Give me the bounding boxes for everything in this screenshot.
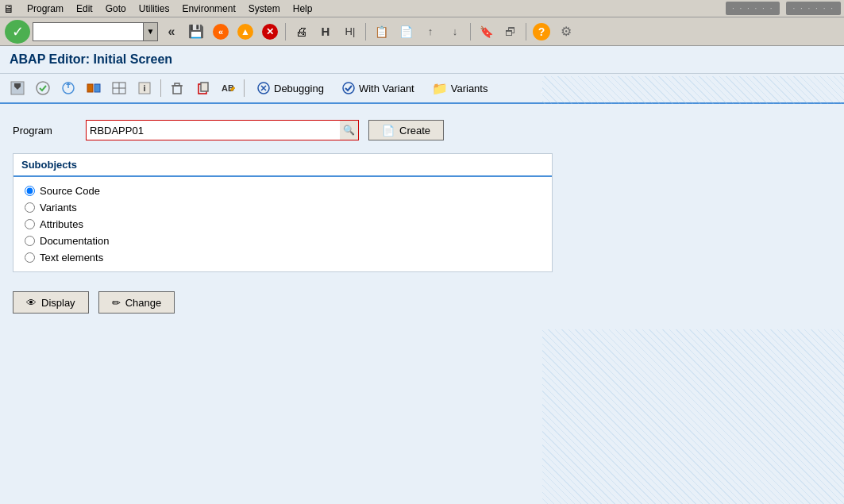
change-label: Change [125, 297, 162, 309]
sep-3 [470, 23, 471, 40]
paste-btn[interactable]: 📄 [395, 21, 417, 42]
program-input[interactable] [86, 120, 340, 140]
radio-variants[interactable]: Variants [25, 202, 541, 214]
menu-bar: 🖥 Program Edit Goto Utilities Environmen… [0, 0, 844, 17]
sep-2 [365, 23, 366, 40]
radio-documentation-label: Documentation [40, 235, 109, 247]
sep-stb-1 [160, 79, 161, 97]
menu-help[interactable]: Help [287, 2, 319, 15]
change-button[interactable]: ✏ Change [98, 291, 175, 314]
subobjects-panel: Subobjects Source Code Variants Attribut… [13, 153, 553, 272]
compare-btn[interactable] [83, 78, 105, 98]
menu-edit[interactable]: Edit [70, 2, 99, 15]
nav-dropdown-wrap: ▼ [33, 22, 158, 41]
refresh-btn[interactable] [57, 78, 79, 98]
find-next-btn[interactable]: H| [339, 21, 361, 42]
window-btn[interactable]: 🗗 [499, 21, 522, 42]
create-button[interactable]: 📄 Create [368, 120, 444, 140]
change-icon: ✏ [112, 297, 121, 309]
program-search-btn[interactable]: 🔍 [340, 120, 359, 140]
nav-dropdown[interactable] [33, 22, 144, 41]
delete-btn[interactable] [166, 78, 188, 98]
program-input-wrap: 🔍 [86, 120, 359, 140]
confirm-button[interactable]: ✓ [5, 20, 30, 44]
svg-text:i: i [143, 83, 145, 93]
stop-btn[interactable]: ✕ [259, 21, 281, 42]
display-icon: 👁 [26, 297, 37, 309]
search-icon: 🔍 [343, 125, 355, 136]
find-btn[interactable]: H [314, 21, 337, 42]
svg-point-18 [343, 83, 354, 94]
dots-group-1: · · · · · · [726, 2, 780, 15]
dropdown-arrow[interactable]: ▼ [144, 22, 158, 41]
nav-back-btn[interactable]: « [160, 21, 183, 42]
menu-system[interactable]: System [242, 2, 287, 15]
nav-up-btn[interactable]: ▲ [234, 21, 256, 42]
svg-point-2 [37, 82, 49, 94]
radio-variants-label: Variants [40, 202, 77, 214]
main-toolbar: ✓ ▼ « 💾 « ▲ ✕ 🖨 H H| 📋 📄 ↑ ↓ 🔖 🗗 [0, 17, 844, 46]
nav-prev-btn[interactable]: « [210, 21, 232, 42]
dots-group-2: · · · · · · [786, 2, 841, 15]
sep-stb-2 [244, 79, 245, 97]
create-label: Create [399, 125, 430, 137]
radio-text-elements[interactable]: Text elements [25, 252, 541, 264]
svg-rect-13 [175, 83, 179, 86]
radio-documentation-input[interactable] [25, 236, 35, 246]
create-icon: 📄 [382, 125, 395, 137]
svg-rect-11 [173, 86, 181, 94]
sep-1 [285, 23, 286, 40]
svg-rect-15 [201, 83, 208, 91]
bottom-buttons: 👁 Display ✏ Change [13, 291, 831, 314]
second-toolbar: i AB Debugging With Variant 📁 Variants [0, 74, 844, 104]
page-title: ABAP Editor: Initial Screen [0, 46, 844, 74]
check-btn[interactable] [32, 78, 54, 98]
app-icon: 🖥 [3, 2, 14, 15]
bookmark-btn[interactable]: 🔖 [475, 21, 497, 42]
display-label: Display [41, 297, 75, 309]
with-variant-label: With Variant [359, 83, 414, 94]
radio-text-elements-label: Text elements [40, 252, 103, 264]
with-variant-btn[interactable]: With Variant [334, 79, 422, 98]
merge-btn[interactable] [108, 78, 130, 98]
menu-utilities[interactable]: Utilities [133, 2, 176, 15]
info-btn[interactable]: i [133, 78, 156, 98]
radio-text-elements-input[interactable] [25, 252, 35, 263]
menu-program[interactable]: Program [21, 2, 70, 15]
radio-source-code-label: Source Code [40, 185, 100, 197]
program-label: Program [13, 125, 76, 137]
subobjects-content: Source Code Variants Attributes Document… [13, 177, 552, 271]
copy2-btn[interactable] [191, 78, 214, 98]
radio-source-code[interactable]: Source Code [25, 185, 541, 197]
menu-environment[interactable]: Environment [175, 2, 241, 15]
radio-variants-input[interactable] [25, 202, 35, 213]
svg-rect-4 [87, 84, 93, 92]
sep-4 [526, 23, 526, 40]
subobjects-header: Subobjects [13, 154, 552, 177]
radio-source-code-input[interactable] [25, 186, 35, 196]
toolbar-dots: · · · · · · · · · · · · [726, 2, 841, 15]
activate-btn[interactable] [6, 78, 29, 98]
radio-attributes-label: Attributes [40, 218, 83, 230]
svg-rect-5 [94, 84, 100, 92]
program-row: Program 🔍 📄 Create [13, 120, 831, 140]
variants-btn[interactable]: 📁 Variants [425, 79, 495, 98]
print-btn[interactable]: 🖨 [290, 21, 312, 42]
copy-btn[interactable]: 📋 [370, 21, 392, 42]
display-button[interactable]: 👁 Display [13, 291, 89, 314]
move-up-btn[interactable]: ↑ [419, 21, 441, 42]
debugging-btn[interactable]: Debugging [249, 79, 331, 98]
radio-attributes-input[interactable] [25, 219, 35, 229]
rename-btn[interactable]: AB [217, 78, 239, 98]
debugging-label: Debugging [274, 83, 324, 94]
menu-goto[interactable]: Goto [99, 2, 133, 15]
radio-attributes[interactable]: Attributes [25, 218, 541, 230]
save-btn[interactable]: 💾 [185, 21, 207, 42]
help-btn[interactable]: ? [530, 21, 553, 42]
main-content: Program 🔍 📄 Create Subobjects Source Cod… [0, 104, 844, 329]
variants-label: Variants [451, 83, 488, 94]
move-down-btn[interactable]: ↓ [444, 21, 466, 42]
settings-btn[interactable]: ⚙ [555, 21, 577, 42]
radio-documentation[interactable]: Documentation [25, 235, 541, 247]
